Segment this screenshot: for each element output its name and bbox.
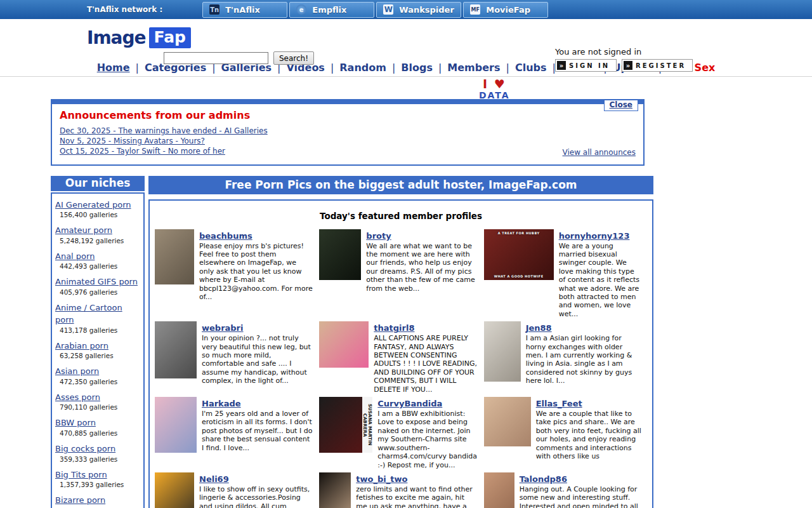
niche-item: Bizarre porn 134,815 galleries	[55, 493, 141, 508]
niche-link[interactable]: Big Tits porn	[55, 470, 107, 479]
nav-separator: |	[331, 62, 334, 74]
profile-username-link[interactable]: CurvyBandida	[377, 399, 442, 408]
niches-list: AI Generated porn 156,400 galleries Amat…	[51, 192, 145, 508]
profile-info: CurvyBandida I am a BBW exhibitionist: L…	[377, 397, 477, 469]
niche-link[interactable]: Asian porn	[55, 366, 99, 376]
profile-description: I am a Asian girl looking for horny exch…	[526, 334, 642, 385]
profile-thumbnail[interactable]	[155, 397, 197, 453]
member-profile-card: A TREAT FOR HUBBY WHAT A GOOD HOTWIFE ho…	[484, 229, 648, 319]
network-site-icon: e	[296, 4, 306, 15]
profile-description: zero limits and want to find other fetis…	[356, 485, 477, 508]
niche-count: 1,357,393 galleries	[60, 481, 141, 488]
niche-count: 413,178 galleries	[60, 326, 141, 334]
profile-thumbnail[interactable]	[155, 229, 194, 284]
main-content: Free Porn Pics on the biggest adult host…	[148, 176, 653, 508]
profile-thumbnail[interactable]	[319, 229, 361, 280]
profile-thumbnail[interactable]: SUSANA MARTIN CABRERA	[319, 397, 372, 453]
signin-area: You are not signed in » SIGN IN » REGIST…	[555, 47, 693, 72]
niche-link[interactable]: Animated GIFS porn	[55, 277, 138, 286]
network-sites: Tn T'nAflix e Empflix W Wankspider MF Mo…	[202, 2, 548, 18]
profile-thumbnail[interactable]	[484, 397, 531, 446]
profile-info: Jen88 I am a Asian girl looking for horn…	[526, 321, 642, 394]
close-announcements-button[interactable]: Close	[604, 100, 638, 111]
niche-link[interactable]: Amateur porn	[55, 225, 112, 235]
profile-info: webrabri In your opinion ?... not truly …	[202, 321, 313, 394]
niche-count: 156,400 galleries	[60, 211, 141, 218]
niche-link[interactable]: Asses porn	[55, 392, 100, 402]
profile-thumbnail[interactable]	[484, 472, 514, 508]
niche-link[interactable]: Arabian porn	[55, 341, 108, 351]
profile-username-link[interactable]: thatgirl8	[374, 323, 414, 333]
niche-item: Big Tits porn 1,357,393 galleries	[55, 468, 141, 489]
profile-username-link[interactable]: webrabri	[202, 323, 244, 333]
profile-username-link[interactable]: broty	[366, 231, 391, 241]
announcement-link[interactable]: Oct 15, 2025 - Taylor Swift - No more of…	[60, 146, 636, 156]
thumbnail-caption-side: SUSANA MARTIN CABRERA	[362, 397, 372, 453]
network-site-label: MovieFap	[486, 5, 530, 15]
network-site-tab[interactable]: Tn T'nAflix	[202, 2, 287, 18]
profile-description: I am a BBW exhibitionist: Love to expose…	[377, 410, 477, 469]
profile-description: Hanging out. A Couple looking for some n…	[520, 485, 642, 508]
nav-home[interactable]: Home	[97, 62, 130, 74]
niche-link[interactable]: Bizarre porn	[55, 495, 105, 505]
page-body: Close Announcements from our admins Dec …	[51, 99, 653, 508]
network-site-label: T'nAflix	[225, 5, 260, 15]
profile-thumbnail[interactable]: A TREAT FOR HUBBY WHAT A GOOD HOTWIFE	[484, 229, 554, 280]
nav-members[interactable]: Members	[447, 62, 500, 74]
profile-username-link[interactable]: beachbums	[199, 231, 252, 241]
profile-description: We are a young married bisexual swinger …	[559, 242, 642, 319]
announcements-box: Close Announcements from our admins Dec …	[51, 99, 645, 166]
nav-blogs[interactable]: Blogs	[401, 62, 433, 74]
network-site-tab[interactable]: e Empflix	[289, 2, 374, 18]
member-profile-card: Ellas_Feet We are a couple that like to …	[484, 397, 648, 469]
profile-username-link[interactable]: Talondp86	[520, 474, 567, 484]
announcements-title: Announcements from our admins	[60, 109, 636, 121]
niche-link[interactable]: Big cocks porn	[55, 444, 115, 453]
announcement-link[interactable]: Dec 30, 2025 - The warnings have ended -…	[60, 126, 636, 136]
profile-thumbnail[interactable]	[155, 472, 194, 508]
niche-link[interactable]: Anime / Cartoon porn	[55, 303, 122, 325]
network-site-tab[interactable]: MF MovieFap	[463, 2, 548, 18]
search-input[interactable]	[164, 52, 268, 64]
member-profile-card: beachbums Please enjoy mrs b's pictures!…	[155, 229, 319, 319]
niche-count: 63,258 galleries	[60, 352, 141, 359]
profile-username-link[interactable]: two_bi_two	[356, 474, 407, 484]
announcement-links: Dec 30, 2025 - The warnings have ended -…	[60, 126, 636, 157]
profile-username-link[interactable]: Jen88	[526, 323, 552, 333]
profile-username-link[interactable]: Neli69	[199, 474, 229, 484]
network-site-label: Wankspider	[399, 5, 454, 15]
niche-count: 442,493 galleries	[60, 262, 141, 270]
niche-link[interactable]: AI Generated porn	[55, 200, 131, 210]
profile-thumbnail[interactable]	[319, 321, 369, 368]
thumbnail-caption-bottom: WHAT A GOOD HOTWIFE	[484, 274, 554, 278]
profile-username-link[interactable]: Harkade	[202, 399, 241, 408]
sign-in-button[interactable]: » SIGN IN	[555, 59, 617, 72]
niche-item: BBW porn 470,885 galleries	[55, 416, 141, 437]
profile-thumbnail[interactable]	[484, 321, 521, 382]
view-all-announces-link[interactable]: View all announces	[563, 148, 636, 157]
member-profile-card: Harkade I'm 25 years old and a lover of …	[155, 397, 319, 469]
profile-description: We are a couple that like to take pics a…	[536, 410, 642, 460]
network-site-tab[interactable]: W Wankspider	[376, 2, 461, 18]
profile-thumbnail[interactable]	[155, 321, 197, 378]
announcement-link[interactable]: Nov 5, 2025 - Missing Avatars - Yours?	[60, 136, 636, 146]
niche-link[interactable]: BBW porn	[55, 418, 96, 427]
imagefap-logo[interactable]: Image Fap	[87, 27, 191, 48]
nav-clubs[interactable]: Clubs	[515, 62, 547, 74]
niche-count: 359,333 galleries	[60, 455, 141, 463]
profile-info: Ellas_Feet We are a couple that like to …	[536, 397, 642, 469]
main-banner: Free Porn Pics on the biggest adult host…	[148, 176, 653, 194]
nav-random[interactable]: Random	[339, 62, 386, 74]
niche-item: Arabian porn 63,258 galleries	[55, 339, 141, 360]
profile-username-link[interactable]: Ellas_Feet	[536, 399, 582, 408]
niche-link[interactable]: Anal porn	[55, 251, 95, 261]
niche-item: Big cocks porn 359,333 galleries	[55, 442, 141, 463]
profile-username-link[interactable]: hornyhorny123	[559, 231, 630, 241]
register-button[interactable]: » REGISTER	[622, 59, 693, 72]
search-button[interactable]: Search!	[273, 51, 314, 65]
profile-info: hornyhorny123 We are a young married bis…	[559, 229, 642, 319]
profile-info: beachbums Please enjoy mrs b's pictures!…	[199, 229, 313, 319]
profile-thumbnail[interactable]	[319, 472, 351, 508]
niche-count: 405,976 galleries	[60, 288, 141, 296]
profile-description: Please enjoy mrs b's pictures! Feel free…	[199, 242, 313, 302]
